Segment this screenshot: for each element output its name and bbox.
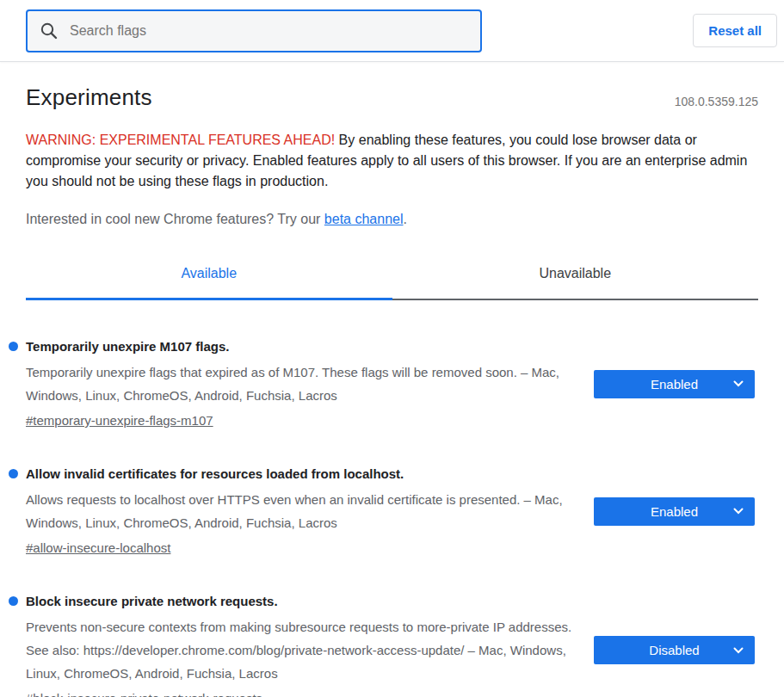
flag-state-dropdown[interactable]: Enabled — [594, 497, 755, 526]
flag-bullet-icon — [9, 469, 18, 478]
app-header: Reset all — [0, 0, 784, 62]
promo-text: Interested in cool new Chrome features? … — [26, 212, 324, 226]
flag-row: Block insecure private network requests.… — [26, 594, 758, 697]
flag-bullet-icon — [9, 342, 18, 351]
flag-row: Allow invalid certificates for resources… — [26, 466, 758, 556]
flag-permalink-link[interactable]: #block-insecure-private-network-requests — [26, 691, 262, 697]
chevron-down-icon — [733, 380, 744, 387]
flag-description: Temporarily unexpire flags that expired … — [26, 361, 575, 407]
search-icon — [40, 22, 59, 40]
flag-permalink-link[interactable]: #temporary-unexpire-flags-m107 — [26, 413, 213, 428]
flag-title-row: Allow invalid certificates for resources… — [9, 466, 575, 481]
flag-title-row: Block insecure private network requests. — [9, 594, 575, 608]
title-row: Experiments 108.0.5359.125 — [26, 84, 758, 111]
flag-info: Allow invalid certificates for resources… — [26, 466, 594, 556]
warning-lead: WARNING: EXPERIMENTAL FEATURES AHEAD! — [26, 133, 335, 147]
flag-description: Prevents non-secure contexts from making… — [26, 615, 575, 685]
version-label: 108.0.5359.125 — [675, 95, 758, 111]
flag-permalink-link[interactable]: #allow-insecure-localhost — [26, 540, 170, 555]
tab-available[interactable]: Available — [26, 266, 392, 300]
flag-info: Block insecure private network requests.… — [26, 594, 594, 697]
flags-page: Experiments 108.0.5359.125 WARNING: EXPE… — [0, 84, 784, 697]
tab-unavailable[interactable]: Unavailable — [392, 266, 759, 300]
flag-title: Temporarily unexpire M107 flags. — [26, 339, 229, 354]
beta-promo: Interested in cool new Chrome features? … — [26, 209, 758, 230]
chevron-down-icon — [733, 508, 744, 515]
flag-row: Temporarily unexpire M107 flags. Tempora… — [26, 339, 758, 429]
search-input[interactable] — [70, 23, 468, 39]
flag-title: Block insecure private network requests. — [26, 594, 278, 608]
flag-state-label: Enabled — [651, 377, 698, 392]
flag-state-label: Disabled — [649, 643, 699, 657]
search-box — [26, 9, 482, 52]
flag-state-dropdown[interactable]: Enabled — [594, 370, 755, 398]
flag-state-label: Enabled — [651, 504, 698, 519]
flag-title: Allow invalid certificates for resources… — [26, 466, 404, 481]
beta-channel-link[interactable]: beta channel — [324, 212, 404, 226]
flag-description: Allows requests to localhost over HTTPS … — [26, 488, 575, 534]
flag-bullet-icon — [9, 596, 18, 606]
flag-info: Temporarily unexpire M107 flags. Tempora… — [26, 339, 594, 429]
flag-state-dropdown[interactable]: Disabled — [594, 636, 755, 664]
flag-title-row: Temporarily unexpire M107 flags. — [9, 339, 575, 354]
page-title: Experiments — [26, 84, 152, 111]
promo-suffix: . — [403, 212, 406, 226]
reset-all-button[interactable]: Reset all — [693, 14, 777, 47]
warning-text: WARNING: EXPERIMENTAL FEATURES AHEAD! By… — [26, 130, 758, 192]
flags-list: Temporarily unexpire M107 flags. Tempora… — [26, 339, 758, 697]
chevron-down-icon — [733, 647, 744, 654]
tab-bar: Available Unavailable — [26, 266, 758, 300]
